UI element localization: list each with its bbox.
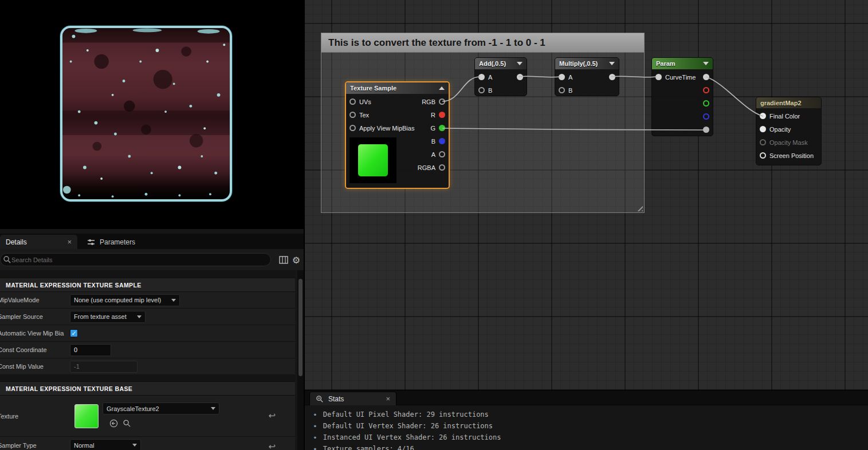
input-pins: UVs Tex Apply View MipBias bbox=[349, 95, 414, 135]
sampler-source-dropdown[interactable]: From texture asset bbox=[70, 311, 146, 323]
const-mip-value-input[interactable] bbox=[70, 361, 138, 373]
node-gradientmap2-result[interactable]: gradientMap2 Final Color Opacity Opacity… bbox=[756, 97, 822, 165]
texture-preview-image bbox=[60, 26, 232, 202]
pin-screen-position[interactable] bbox=[760, 152, 766, 159]
pin-a[interactable] bbox=[559, 74, 565, 80]
use-selected-asset-icon[interactable] bbox=[108, 418, 119, 428]
browse-asset-icon[interactable] bbox=[121, 418, 132, 428]
node-header[interactable]: Add(,0.5) bbox=[475, 58, 527, 69]
tab-details[interactable]: Details × bbox=[0, 235, 77, 249]
node-header[interactable]: gradientMap2 bbox=[756, 97, 821, 108]
close-icon[interactable]: × bbox=[67, 238, 72, 246]
gear-icon[interactable]: ⚙ bbox=[291, 255, 301, 265]
pin-a[interactable] bbox=[439, 151, 445, 157]
pin-label: G bbox=[430, 125, 435, 132]
pin-final-color[interactable] bbox=[760, 113, 766, 119]
parameters-icon bbox=[87, 238, 95, 246]
property-row: Const Mip Value bbox=[0, 358, 295, 375]
tab-details-label: Details bbox=[6, 238, 27, 246]
pin-label: RGB bbox=[422, 98, 435, 105]
chevron-down-icon bbox=[171, 299, 176, 302]
pin-b[interactable] bbox=[703, 113, 709, 120]
scrollbar-thumb[interactable] bbox=[299, 279, 303, 376]
const-coordinate-input[interactable] bbox=[70, 344, 111, 356]
close-icon[interactable]: × bbox=[386, 395, 390, 402]
node-title: Add(,0.5) bbox=[479, 60, 506, 67]
pin-b[interactable] bbox=[439, 138, 445, 144]
search-input[interactable] bbox=[11, 256, 252, 263]
chevron-down-icon[interactable] bbox=[703, 62, 709, 65]
tab-stats[interactable]: Stats × bbox=[309, 392, 396, 405]
dropdown-value: None (use computed mip level) bbox=[74, 297, 161, 303]
property-label: Texture bbox=[0, 413, 70, 420]
wire-param-to-finalcolor bbox=[706, 77, 763, 116]
tab-parameters[interactable]: Parameters bbox=[81, 235, 141, 249]
section-header-texture-base: MATERIAL EXPRESSION TEXTURE BASE bbox=[0, 381, 295, 396]
chevron-down-icon[interactable] bbox=[517, 62, 523, 65]
pin-b[interactable] bbox=[559, 87, 565, 93]
stat-line: Instanced UI Vertex Shader: 26 instructi… bbox=[313, 432, 868, 443]
chevron-down-icon bbox=[137, 315, 142, 318]
sampler-type-dropdown[interactable]: Normal bbox=[70, 439, 141, 450]
pin-label: B bbox=[431, 138, 435, 145]
pin-b[interactable] bbox=[478, 87, 485, 93]
pin-output[interactable] bbox=[703, 74, 709, 80]
pin-a[interactable] bbox=[703, 127, 709, 133]
comment-resize-handle[interactable] bbox=[635, 204, 643, 211]
table-view-icon[interactable] bbox=[278, 255, 289, 265]
property-row: Automatic View Mip Bia ✓ bbox=[0, 325, 295, 342]
chevron-down-icon[interactable] bbox=[609, 62, 615, 65]
node-param[interactable]: Param CurveTime bbox=[651, 57, 713, 136]
pin-apply-view-mipbias[interactable] bbox=[349, 125, 356, 131]
property-label: Automatic View Mip Bia bbox=[0, 330, 70, 337]
collapse-icon[interactable] bbox=[439, 86, 445, 90]
node-texture-sample[interactable]: Texture Sample UVs Tex Apply View MipBia… bbox=[345, 81, 450, 189]
stat-line: Default UI Pixel Shader: 29 instructions bbox=[313, 409, 868, 420]
left-column: Details × Parameters bbox=[0, 0, 304, 450]
node-header[interactable]: Multiply(,0.5) bbox=[555, 58, 619, 69]
node-multiply[interactable]: Multiply(,0.5) A B bbox=[555, 57, 619, 96]
texture-thumbnail[interactable] bbox=[74, 404, 99, 428]
pin-r[interactable] bbox=[703, 87, 709, 93]
pin-opacity[interactable] bbox=[760, 126, 766, 132]
material-graph-canvas[interactable]: This is to convert the texture from -1 -… bbox=[304, 0, 868, 450]
mip-value-mode-dropdown[interactable]: None (use computed mip level) bbox=[70, 294, 180, 306]
pin-g[interactable] bbox=[439, 125, 445, 131]
reset-to-default-icon[interactable]: ↩ bbox=[268, 410, 276, 421]
spacer bbox=[0, 375, 295, 381]
pin-label: B bbox=[568, 87, 572, 94]
pin-label: Tex bbox=[359, 112, 369, 119]
automatic-view-mip-bias-checkbox[interactable]: ✓ bbox=[70, 329, 78, 337]
node-header[interactable]: Param bbox=[652, 58, 713, 69]
pin-rgba[interactable] bbox=[439, 164, 445, 171]
pin-tex[interactable] bbox=[349, 112, 356, 118]
chevron-down-icon bbox=[211, 407, 215, 410]
input-pins: A B bbox=[559, 70, 572, 97]
chevron-down-icon bbox=[132, 444, 137, 447]
node-add[interactable]: Add(,0.5) A B bbox=[474, 57, 527, 96]
texture-speckles bbox=[62, 28, 230, 199]
pin-a[interactable] bbox=[478, 74, 485, 80]
property-label: Sampler Type bbox=[0, 442, 70, 449]
pin-g[interactable] bbox=[703, 100, 709, 106]
property-row: Sampler Source From texture asset bbox=[0, 309, 295, 325]
pin-opacity-mask[interactable] bbox=[760, 139, 766, 145]
node-title: Multiply(,0.5) bbox=[559, 60, 598, 67]
texture-asset-dropdown[interactable]: GrayscaleTexture2 bbox=[103, 402, 219, 415]
details-scrollbar[interactable] bbox=[297, 270, 304, 450]
pin-rgb[interactable] bbox=[439, 98, 445, 105]
stats-tabrow: Stats × bbox=[305, 390, 868, 405]
property-label: Sampler Source bbox=[0, 313, 70, 320]
spacer bbox=[0, 270, 295, 278]
pin-r[interactable] bbox=[439, 112, 445, 118]
pin-curvetime-in[interactable] bbox=[655, 74, 662, 80]
pin-output[interactable] bbox=[517, 74, 523, 80]
dropdown-value: From texture asset bbox=[74, 313, 127, 320]
pin-uvs[interactable] bbox=[349, 98, 356, 105]
comment-header[interactable]: This is to convert the texture from -1 -… bbox=[321, 33, 644, 53]
node-header[interactable]: Texture Sample bbox=[346, 82, 449, 94]
reset-to-default-icon[interactable]: ↩ bbox=[268, 441, 276, 450]
pin-output[interactable] bbox=[609, 74, 615, 80]
search-icon bbox=[3, 255, 11, 264]
node-title: gradientMap2 bbox=[760, 100, 802, 106]
